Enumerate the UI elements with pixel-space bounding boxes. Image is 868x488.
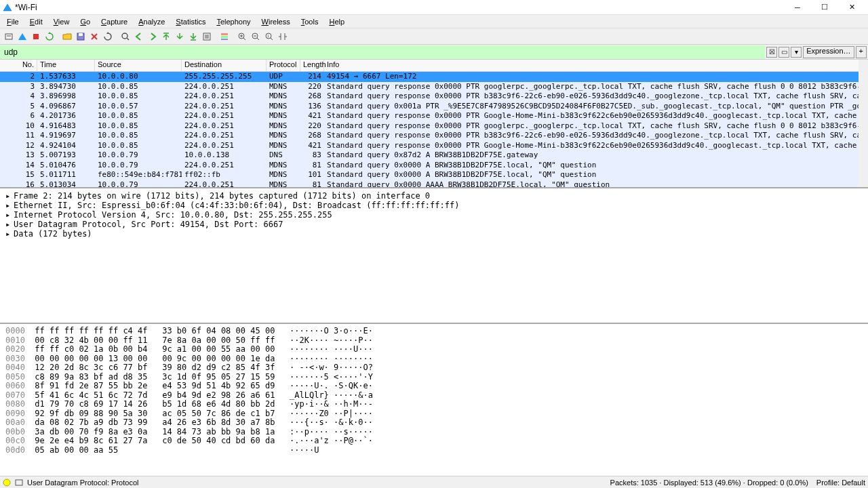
status-profile[interactable]: Profile: Default — [816, 479, 865, 487]
save-file-icon[interactable] — [75, 30, 87, 43]
column-destination[interactable]: Destination — [182, 60, 267, 71]
packet-row[interactable]: 135.00719310.0.0.7910.0.0.138DNS83Standa… — [0, 150, 868, 161]
hex-line[interactable]: 00a0 da 08 02 7b a9 db 73 99 a4 26 e3 6b… — [5, 418, 863, 428]
expression-button[interactable]: Expression… — [803, 46, 854, 58]
packet-row[interactable]: 54.09686710.0.0.57224.0.0.251MDNS136Stan… — [0, 102, 868, 112]
packet-list-scrollbar[interactable] — [859, 60, 868, 187]
start-capture-icon[interactable] — [16, 30, 28, 43]
filter-dropdown-icon[interactable]: ▾ — [791, 47, 802, 58]
minimize-button[interactable]: ─ — [784, 1, 811, 14]
prev-icon[interactable] — [133, 30, 145, 43]
open-file-icon[interactable] — [61, 30, 73, 43]
menu-statistics[interactable]: Statistics — [170, 16, 211, 27]
app-icon — [3, 3, 12, 12]
packet-row[interactable]: 21.53763310.0.0.80255.255.255.255UDP2144… — [0, 72, 868, 82]
capture-file-icon[interactable] — [15, 479, 23, 487]
svg-text:1: 1 — [267, 34, 269, 38]
next-icon[interactable] — [146, 30, 159, 43]
menu-capture[interactable]: Capture — [96, 16, 133, 27]
column-time[interactable]: Time — [37, 60, 95, 71]
interfaces-icon[interactable] — [3, 30, 15, 43]
zoom-out-icon[interactable] — [250, 30, 262, 43]
svg-rect-4 — [79, 33, 83, 36]
menu-go[interactable]: Go — [75, 16, 96, 27]
window-title: *Wi-Fi — [15, 3, 784, 12]
close-button[interactable]: ✕ — [838, 1, 865, 14]
menu-view[interactable]: View — [48, 16, 75, 27]
zoom-in-icon[interactable] — [236, 30, 248, 43]
column-protocol[interactable]: Protocol — [267, 60, 300, 71]
menu-tools[interactable]: Tools — [296, 16, 324, 27]
hex-line[interactable]: 0010 00 c8 32 4b 00 00 ff 11 7e 8a 0a 00… — [5, 336, 863, 346]
hex-line[interactable]: 0060 8f 91 fd 2e 87 55 bb 2e e4 53 9d 51… — [5, 382, 863, 391]
detail-tree-item[interactable]: ▸Internet Protocol Version 4, Src: 10.0.… — [5, 210, 863, 220]
filter-apply-button[interactable]: ▭ — [778, 47, 789, 58]
find-icon[interactable] — [119, 30, 132, 43]
restart-capture-icon[interactable] — [43, 30, 56, 43]
svg-rect-28 — [16, 480, 22, 485]
jump-first-icon[interactable] — [160, 30, 172, 43]
hex-line[interactable]: 0030 00 00 00 00 00 13 00 00 00 9c 00 00… — [5, 354, 863, 364]
colorize-icon[interactable] — [218, 30, 231, 43]
svg-rect-2 — [33, 34, 39, 39]
resize-columns-icon[interactable] — [277, 30, 289, 43]
expert-info-icon[interactable] — [3, 479, 11, 487]
hex-line[interactable]: 0080 d1 79 70 c8 69 17 14 26 b5 1d 68 e6… — [5, 400, 863, 409]
toolbar: 1 — [0, 28, 868, 45]
stop-capture-icon[interactable] — [30, 30, 42, 43]
packet-row[interactable]: 114.91969710.0.0.85224.0.0.251MDNS268Sta… — [0, 131, 868, 141]
hex-line[interactable]: 0070 5f 41 6c 4c 51 6c 72 7d e9 b4 9d e2… — [5, 391, 863, 401]
detail-tree-item[interactable]: ▸Data (172 bytes) — [5, 229, 863, 239]
detail-tree-item[interactable]: ▸User Datagram Protocol, Src Port: 49154… — [5, 220, 863, 229]
packet-row[interactable]: 104.91648310.0.0.85224.0.0.251MDNS220Sta… — [0, 121, 868, 131]
jump-last-icon[interactable] — [187, 30, 199, 43]
statusbar: User Datagram Protocol: Protocol Packets… — [0, 476, 868, 488]
packet-list-header[interactable]: No. Time Source Destination Protocol Len… — [0, 60, 868, 72]
packet-row[interactable]: 145.01047610.0.0.79224.0.0.251MDNS81Stan… — [0, 161, 868, 171]
packet-row[interactable]: 124.92410410.0.0.85224.0.0.251MDNS421Sta… — [0, 141, 868, 151]
svg-line-20 — [257, 38, 259, 40]
packet-row[interactable]: 165.01303410.0.0.79224.0.0.251MDNS81Stan… — [0, 180, 868, 189]
column-no[interactable]: No. — [0, 60, 37, 71]
menu-analyze[interactable]: Analyze — [133, 16, 170, 27]
svg-point-7 — [122, 33, 127, 39]
menu-edit[interactable]: Edit — [24, 16, 48, 27]
hex-line[interactable]: 00b0 3a db 00 70 f9 8a e3 0a 14 84 73 ab… — [5, 428, 863, 437]
menu-telephony[interactable]: Telephony — [211, 16, 256, 27]
menu-file[interactable]: File — [1, 16, 24, 27]
packet-row[interactable]: 64.20173610.0.0.85224.0.0.251MDNS421Stan… — [0, 111, 868, 121]
hex-line[interactable]: 0050 c8 89 9a 83 bf ad d8 35 3c 1d 0f 95… — [5, 373, 863, 382]
detail-tree-item[interactable]: ▸Frame 2: 214 bytes on wire (1712 bits),… — [5, 191, 863, 201]
packet-row[interactable]: 33.89473010.0.0.85224.0.0.251MDNS220Stan… — [0, 82, 868, 92]
column-info[interactable]: Info — [324, 60, 868, 71]
packet-bytes-pane[interactable]: 0000 ff ff ff ff ff ff c4 4f 33 b0 6f 04… — [0, 324, 868, 458]
reload-icon[interactable] — [102, 30, 114, 43]
packet-details-pane[interactable]: ▸Frame 2: 214 bytes on wire (1712 bits),… — [0, 188, 868, 324]
packet-row[interactable]: 155.011711fe80::549e:b84:f781…ff02::fbMD… — [0, 170, 868, 180]
hex-line[interactable]: 0040 12 20 2d 8c 3c c6 77 bf 39 80 d2 d9… — [5, 363, 863, 373]
column-length[interactable]: Length — [300, 60, 324, 71]
status-packets: Packets: 1035 · Displayed: 513 (49.6%) ·… — [610, 479, 808, 487]
svg-rect-13 — [221, 36, 228, 38]
zoom-reset-icon[interactable]: 1 — [263, 30, 275, 43]
menu-help[interactable]: Help — [323, 16, 350, 27]
packet-row[interactable]: 43.89699810.0.0.85224.0.0.251MDNS268Stan… — [0, 92, 868, 102]
jump-to-icon[interactable] — [174, 30, 186, 43]
column-source[interactable]: Source — [95, 60, 182, 71]
close-file-icon[interactable] — [88, 30, 100, 43]
hex-line[interactable]: 0000 ff ff ff ff ff ff c4 4f 33 b0 6f 04… — [5, 327, 863, 336]
packet-list-pane: No. Time Source Destination Protocol Len… — [0, 60, 868, 188]
svg-line-23 — [271, 38, 273, 40]
add-filter-button[interactable]: + — [856, 46, 867, 58]
auto-scroll-icon[interactable] — [201, 30, 213, 43]
hex-line[interactable]: 0020 ff ff c0 02 1a 0b 00 b4 9c a1 00 00… — [5, 345, 863, 354]
detail-tree-item[interactable]: ▸Ethernet II, Src: Espressi_b0:6f:04 (c4… — [5, 201, 863, 210]
hex-line[interactable]: 00c0 9e 2e e4 b9 8c 61 27 7a c0 de 50 40… — [5, 436, 863, 446]
filter-clear-button[interactable]: ☒ — [766, 47, 777, 58]
menu-wireless[interactable]: Wireless — [256, 16, 296, 27]
hex-line[interactable]: 0090 92 9f db 09 88 90 5a 30 ac 05 50 7c… — [5, 409, 863, 419]
maximize-button[interactable]: ☐ — [811, 1, 838, 14]
status-text: User Datagram Protocol: Protocol — [27, 479, 138, 487]
display-filter-input[interactable] — [0, 45, 765, 59]
hex-line[interactable]: 00d0 05 ab 00 00 aa 55 ·····U — [5, 446, 863, 455]
